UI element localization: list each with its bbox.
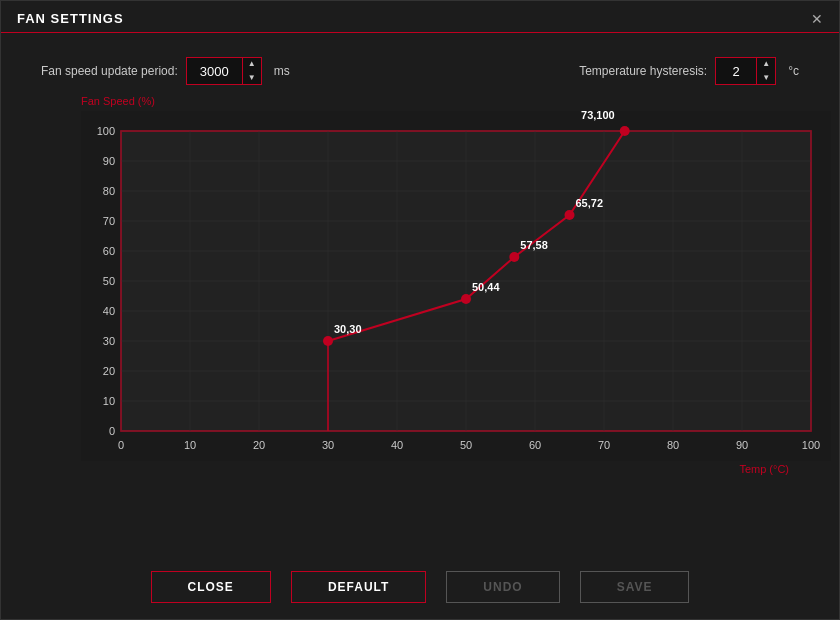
default-button[interactable]: DEFAULT [291, 571, 426, 603]
fan-speed-update-group: Fan speed update period: ▲ ▼ ms [41, 57, 290, 85]
title-bar: FAN SETTINGS ✕ [1, 1, 839, 33]
fan-speed-up-arrow[interactable]: ▲ [243, 57, 261, 71]
temp-hysteresis-input[interactable] [716, 58, 756, 84]
save-button[interactable]: SAVE [580, 571, 690, 603]
settings-row: Fan speed update period: ▲ ▼ ms Temperat… [1, 33, 839, 95]
fan-settings-window: FAN SETTINGS ✕ Fan speed update period: … [0, 0, 840, 620]
close-icon[interactable]: ✕ [811, 12, 823, 26]
undo-button[interactable]: UNDO [446, 571, 559, 603]
temp-hysteresis-down-arrow[interactable]: ▼ [757, 71, 775, 85]
chart-area: Fan Speed (%) Temp (°C) [1, 95, 839, 475]
chart-x-label: Temp (°C) [41, 463, 799, 475]
fan-chart-canvas[interactable] [81, 111, 831, 461]
fan-speed-unit: ms [274, 64, 290, 78]
fan-speed-label: Fan speed update period: [41, 64, 178, 78]
fan-speed-input[interactable] [187, 58, 242, 84]
chart-container[interactable] [81, 111, 789, 461]
temp-hysteresis-up-arrow[interactable]: ▲ [757, 57, 775, 71]
temp-hysteresis-label: Temperature hysteresis: [579, 64, 707, 78]
fan-speed-down-arrow[interactable]: ▼ [243, 71, 261, 85]
fan-speed-arrows: ▲ ▼ [242, 57, 261, 85]
temp-hysteresis-spinbox[interactable]: ▲ ▼ [715, 57, 776, 85]
temp-hysteresis-arrows: ▲ ▼ [756, 57, 775, 85]
chart-y-label: Fan Speed (%) [41, 95, 799, 107]
temp-hysteresis-group: Temperature hysteresis: ▲ ▼ °c [579, 57, 799, 85]
temp-hysteresis-unit: °c [788, 64, 799, 78]
fan-speed-spinbox[interactable]: ▲ ▼ [186, 57, 262, 85]
close-button[interactable]: CLOSE [151, 571, 271, 603]
window-title: FAN SETTINGS [17, 11, 124, 26]
footer: CLOSE DEFAULT UNDO SAVE [1, 557, 839, 619]
